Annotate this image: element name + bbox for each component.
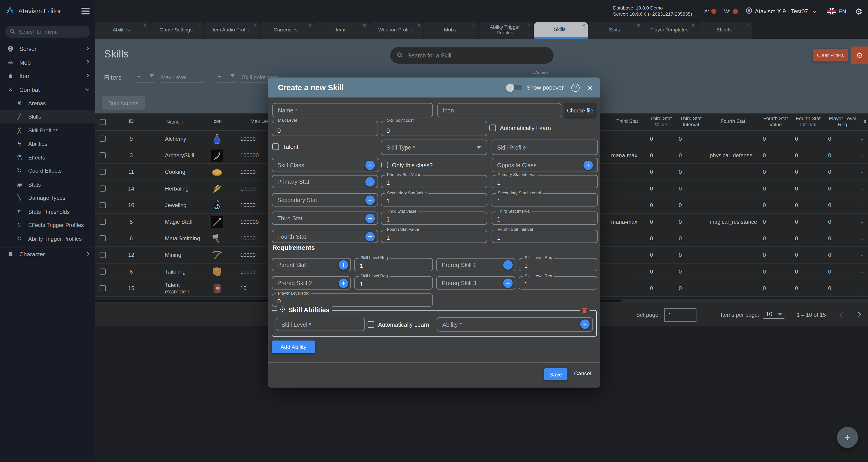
column-header-player-level-req[interactable]: Player Level Req: [825, 116, 860, 128]
stat-input[interactable]: Fourth Stat: [272, 230, 378, 243]
stat-interval-field[interactable]: Fourth Stat Interval 1: [492, 230, 598, 243]
column-header-name[interactable]: Name ↑: [148, 118, 202, 125]
cell-is-active-select[interactable]: ⌄: [860, 236, 868, 241]
sidebar-sub-item[interactable]: ╳ Skill Profiles: [0, 124, 95, 137]
show-popover-toggle[interactable]: [507, 85, 522, 90]
opposite-class-input[interactable]: Opposite Class: [492, 158, 598, 172]
sidebar-sub-item[interactable]: ♜ Arenas: [0, 96, 95, 110]
add-requirement-skill-button[interactable]: +: [339, 260, 348, 270]
add-stat-button[interactable]: +: [365, 214, 375, 223]
row-checkbox[interactable]: [99, 152, 106, 158]
row-checkbox[interactable]: [99, 186, 106, 192]
cell-is-active-select[interactable]: ⌄: [860, 269, 868, 274]
cell-is-active-select[interactable]: ⌄: [860, 219, 868, 224]
add-stat-button[interactable]: +: [365, 195, 375, 205]
column-header-fourth-stat-value[interactable]: Fourth Stat Value: [760, 116, 792, 128]
tab-close-icon[interactable]: ×: [527, 23, 530, 28]
sidebar-group-combat[interactable]: ⚔ Combat: [0, 83, 95, 96]
sidebar-sub-item[interactable]: ↻ Ability Trigger Profiles: [0, 232, 95, 245]
row-checkbox[interactable]: [99, 136, 106, 142]
ability-skill-level-input[interactable]: Skill Level *: [276, 318, 365, 331]
tab[interactable]: Mobs ×: [424, 22, 478, 39]
tab-close-icon[interactable]: ×: [746, 23, 749, 28]
add-skill-class-button[interactable]: +: [365, 161, 375, 170]
ability-input[interactable]: Ability *: [437, 317, 593, 332]
clear-filters-button[interactable]: Clear Filters: [813, 49, 848, 61]
bulk-actions-button[interactable]: Bulk Actions: [102, 96, 145, 110]
row-checkbox[interactable]: [99, 269, 106, 275]
sidebar-sub-item[interactable]: ╱ Skills: [0, 110, 95, 124]
skill-profile-input[interactable]: Skill Profile: [492, 140, 598, 155]
sidebar-group-item[interactable]: Server: [0, 42, 95, 56]
delete-ability-group-icon[interactable]: [580, 306, 590, 316]
tab-close-icon[interactable]: ×: [144, 23, 147, 28]
add-requirement-skill-button[interactable]: +: [503, 260, 513, 270]
cancel-button[interactable]: Cancel: [574, 370, 591, 376]
sidebar-sub-item[interactable]: ↻ Effects Trigger Profiles: [0, 218, 95, 232]
cell-is-active-select[interactable]: ⌄: [860, 153, 868, 158]
stat-input[interactable]: Primary Stat: [272, 175, 378, 188]
column-header-is-active[interactable]: Is: [860, 119, 868, 125]
sidebar-group-item[interactable]: Item: [0, 69, 95, 83]
next-page-button[interactable]: [856, 312, 861, 317]
tab-close-icon[interactable]: ×: [692, 23, 695, 28]
sidebar-sub-item[interactable]: ≋ Stats Thresholds: [0, 205, 95, 218]
select-all-checkbox[interactable]: [99, 119, 106, 125]
column-header-third-stat-value[interactable]: Third Stat Value: [647, 116, 675, 128]
tab-close-icon[interactable]: ×: [637, 23, 640, 28]
add-requirement-skill-button[interactable]: +: [339, 278, 348, 288]
tab-close-icon[interactable]: ×: [363, 23, 366, 28]
server-selector[interactable]: Atavism X.9 - Test07: [745, 7, 816, 15]
skill-level-req-field[interactable]: Skill Level Req 1: [354, 276, 433, 289]
column-header-fourth-stat[interactable]: Fourth Stat: [706, 119, 760, 125]
tab[interactable]: Slots ×: [588, 22, 643, 39]
add-requirement-skill-button[interactable]: +: [503, 278, 513, 288]
stat-value-field[interactable]: Secondary Stat Value 1: [381, 193, 487, 207]
add-skill-fab[interactable]: +: [837, 427, 858, 448]
tab-close-icon[interactable]: ×: [582, 23, 585, 28]
tab-close-icon[interactable]: ×: [198, 23, 202, 28]
column-header-icon[interactable]: Icon: [202, 119, 232, 125]
only-this-class-checkbox[interactable]: Only this class?: [381, 162, 433, 168]
tab-close-icon[interactable]: ×: [253, 23, 256, 28]
tab[interactable]: Player Templates ×: [643, 22, 698, 39]
previous-page-button[interactable]: [839, 312, 845, 317]
column-header-fourth-stat-interval[interactable]: Fourth Stat Interval: [792, 116, 825, 128]
name-input[interactable]: Name *: [272, 103, 433, 117]
row-checkbox[interactable]: [99, 202, 106, 208]
items-per-page-select[interactable]: 10: [764, 311, 784, 319]
tab-close-icon[interactable]: ×: [472, 23, 475, 28]
row-checkbox[interactable]: [99, 219, 106, 225]
stat-input[interactable]: Secondary Stat: [272, 193, 378, 207]
tab[interactable]: Items ×: [314, 22, 369, 39]
talent-checkbox[interactable]: Talent: [272, 144, 299, 150]
column-header-third-stat[interactable]: Third Stat: [608, 119, 647, 125]
skill-class-input[interactable]: Skill Class: [272, 158, 379, 172]
sidebar-sub-item[interactable]: ⚗ Effects: [0, 151, 95, 164]
row-checkbox[interactable]: [99, 169, 106, 175]
tab[interactable]: Abilities ×: [95, 22, 150, 39]
max-level-field[interactable]: Max Level 0: [272, 121, 378, 136]
row-checkbox[interactable]: [99, 285, 106, 291]
filter-operator-select[interactable]: =: [136, 70, 155, 83]
skill-level-req-field[interactable]: Skill Level Req 1: [354, 258, 433, 271]
help-icon[interactable]: ?: [571, 83, 580, 92]
close-icon[interactable]: ×: [588, 83, 592, 92]
column-settings-button[interactable]: ⚙: [851, 47, 868, 64]
tab-close-icon[interactable]: ×: [418, 23, 421, 28]
sidebar-search-input[interactable]: Search for menu: [5, 26, 90, 37]
language-selector[interactable]: EN: [827, 8, 846, 14]
tab[interactable]: Effects ×: [698, 22, 752, 39]
add-opposite-class-button[interactable]: +: [583, 161, 593, 170]
cell-is-active-select[interactable]: ⌄: [860, 203, 868, 208]
sidebar-sub-item[interactable]: ↻ Coord Effects: [0, 164, 95, 178]
row-checkbox[interactable]: [99, 252, 106, 258]
stat-value-field[interactable]: Third Stat Value 1: [381, 212, 487, 225]
player-level-req-field[interactable]: Player Level Req 0: [272, 294, 433, 307]
ability-auto-learn-checkbox[interactable]: Automatically Learn: [368, 321, 429, 328]
cell-is-active-select[interactable]: ⌄: [860, 170, 868, 175]
cell-is-active-select[interactable]: ⌄: [860, 286, 868, 291]
tab[interactable]: Game Settings ×: [150, 22, 204, 39]
add-ability-button[interactable]: Add Ability: [272, 340, 315, 353]
cell-is-active-select[interactable]: ⌄: [860, 136, 868, 141]
